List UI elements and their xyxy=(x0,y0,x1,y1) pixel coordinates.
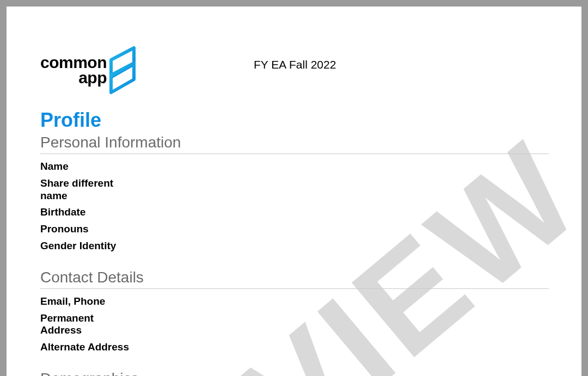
field-share-different-name: Share different name xyxy=(40,177,127,202)
document-header: common app FY EA Fall 2022 xyxy=(40,46,549,95)
field-name: Name xyxy=(40,161,127,173)
field-gender-identity: Gender Identity xyxy=(40,240,127,252)
section-heading-personal: Personal Information xyxy=(40,134,549,154)
section-heading-demographics: Demographics xyxy=(40,370,549,376)
logo-line-2: app xyxy=(40,70,107,86)
document-page: PREVIEW common app xyxy=(7,7,581,376)
logo-text: common app xyxy=(40,55,107,86)
field-birthdate: Birthdate xyxy=(40,206,127,219)
field-email-phone: Email, Phone xyxy=(40,295,549,308)
document-content: common app FY EA Fall 2022 Profile xyxy=(7,7,581,376)
document-title: FY EA Fall 2022 xyxy=(254,58,336,71)
page-heading: Profile xyxy=(40,109,549,132)
field-permanent-address: Permanent Address xyxy=(40,312,127,337)
common-app-logo: common app xyxy=(40,46,139,95)
common-app-mark-icon xyxy=(108,46,139,95)
field-alternate-address: Alternate Address xyxy=(40,341,549,354)
field-pronouns: Pronouns xyxy=(40,223,127,236)
section-heading-contact: Contact Details xyxy=(40,269,549,289)
